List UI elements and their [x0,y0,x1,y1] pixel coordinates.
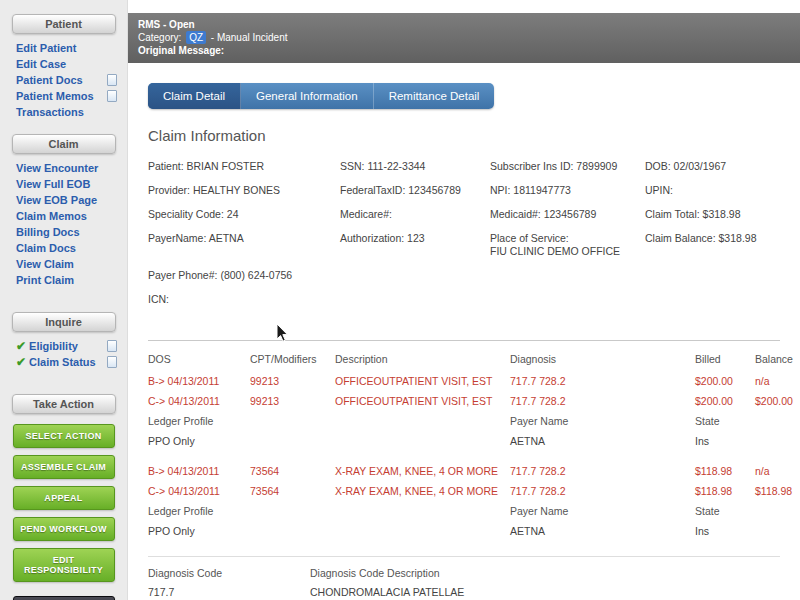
svc-dos: C-> 04/13/2011 [148,482,250,502]
svc-cpt: 73564 [250,482,335,502]
info-cell: ICN: [148,293,340,306]
claim-links: View Encounter View Full EOB View EOB Pa… [0,154,127,288]
claim-info-grid: Patient: BRIAN FOSTER SSN: 111-22-3344 S… [148,160,780,306]
svc-cpt: 99213 [250,372,335,392]
info-cell: NPI: 1811947773 [490,184,645,197]
payer-name-label: Payer Name [510,412,695,432]
assemble-claim-button[interactable]: ASSEMBLE CLAIM [13,455,115,479]
page-title: Claim Information [148,127,800,144]
info-cell: Speciality Code: 24 [148,208,340,221]
column-header-dos: DOS [148,349,250,372]
section-header-claim: Claim [12,134,116,154]
document-icon[interactable] [107,74,117,86]
column-header-balance: Balance [755,349,793,372]
info-cell: SSN: 111-22-3344 [340,160,490,173]
sidebar-item-billing-docs[interactable]: Billing Docs [16,224,117,240]
sidebar-item-patient-memos[interactable]: Patient Memos [16,88,117,104]
sidebar-item-print-claim[interactable]: Print Claim [16,272,117,288]
diagnosis-section: Diagnosis Code Diagnosis Code Descriptio… [148,567,780,598]
ledger-profile-label: Ledger Profile [148,412,510,432]
sidebar-item-claim-status[interactable]: ✔Claim Status [16,354,117,370]
sidebar-item-claim-docs[interactable]: Claim Docs [16,240,117,256]
info-cell: Claim Balance: $318.98 [645,232,780,258]
sidebar-item-transactions[interactable]: Transactions [16,104,117,120]
info-cell: Subscriber Ins ID: 7899909 [490,160,645,173]
category-text: - Manual Incident [211,32,288,43]
inquire-links: ✔Eligibility ✔Claim Status [0,332,127,370]
sidebar-item-claim-memos[interactable]: Claim Memos [16,208,117,224]
incident-header-bar: RMS - Open Category: QZ - Manual Inciden… [128,13,800,63]
tab-bar: Claim Detail General Information Remitta… [148,83,494,109]
incident-category-line: Category: QZ - Manual Incident [138,31,790,44]
document-icon[interactable] [107,90,117,102]
svc-diagnosis: 717.7 728.2 [510,372,695,392]
info-cell: UPIN: [645,184,780,197]
tab-general-information[interactable]: General Information [241,83,374,109]
svc-billed: $118.98 [695,482,755,502]
section-divider [148,556,780,557]
sidebar-item-view-full-eob[interactable]: View Full EOB [16,176,117,192]
sidebar-item-edit-patient[interactable]: Edit Patient [16,40,117,56]
incident-status: RMS - Open [138,18,790,31]
svc-description: OFFICEOUTPATIENT VISIT, EST [335,392,510,412]
info-cell [340,293,490,306]
info-cell: DOB: 02/03/1967 [645,160,780,173]
svc-diagnosis: 717.7 728.2 [510,462,695,482]
info-cell: FederalTaxID: 123456789 [340,184,490,197]
info-cell [490,293,645,306]
info-cell [490,269,645,282]
column-header-description: Description [335,349,510,372]
svc-diagnosis: 717.7 728.2 [510,392,695,412]
ledger-profile-label: Ledger Profile [148,502,510,522]
info-cell: PayerName: AETNA [148,232,340,258]
sidebar-item-view-claim[interactable]: View Claim [16,256,117,272]
service-line-group: B-> 04/13/2011 99213 OFFICEOUTPATIENT VI… [148,372,780,452]
section-divider [148,340,780,341]
column-header-diagnosis: Diagnosis [510,349,695,372]
svc-billed: $200.00 [695,392,755,412]
sidebar-item-patient-docs[interactable]: Patient Docs [16,72,117,88]
state-label: State [695,412,793,432]
info-cell [340,269,490,282]
patient-links: Edit Patient Edit Case Patient Docs Pati… [0,34,127,120]
svc-description: OFFICEOUTPATIENT VISIT, EST [335,372,510,392]
appeal-button[interactable]: APPEAL [13,486,115,510]
select-action-button[interactable]: SELECT ACTION [13,424,115,448]
info-cell: Medicaid#: 123456789 [490,208,645,221]
info-cell: Place of Service: FIU CLINIC DEMO OFFICE [490,232,645,258]
payer-name-label: Payer Name [510,502,695,522]
svc-dos: B-> 04/13/2011 [148,372,250,392]
info-cell [645,293,780,306]
column-header-cpt: CPT/Modifiers [250,349,335,372]
check-icon: ✔ [16,356,26,368]
service-table-header: DOS CPT/Modifiers Description Diagnosis … [148,349,780,372]
sidebar: Patient Edit Patient Edit Case Patient D… [0,0,128,600]
ledger-profile-value: PPO Only [148,432,510,452]
svc-balance: $200.00 [755,392,793,412]
sidebar-item-eligibility[interactable]: ✔Eligibility [16,338,117,354]
svc-cpt: 99213 [250,392,335,412]
svc-balance: n/a [755,372,793,392]
partial-action-button[interactable] [13,596,115,600]
diagnosis-code-value: 717.7 [148,586,310,598]
svc-dos: B-> 04/13/2011 [148,462,250,482]
original-message-label: Original Message: [138,44,790,57]
svc-diagnosis: 717.7 728.2 [510,482,695,502]
category-code-badge: QZ [186,31,206,44]
sidebar-item-edit-case[interactable]: Edit Case [16,56,117,72]
document-icon[interactable] [107,356,117,368]
tab-claim-detail[interactable]: Claim Detail [148,83,241,109]
tab-remittance-detail[interactable]: Remittance Detail [374,83,495,109]
diagnosis-description-value: CHONDROMALACIA PATELLAE [310,586,780,598]
document-icon[interactable] [107,340,117,352]
main-content: RMS - Open Category: QZ - Manual Inciden… [128,0,800,600]
pend-workflow-button[interactable]: PEND WORKFLOW [13,517,115,541]
edit-responsibility-button[interactable]: EDIT RESPONSIBILITY [13,548,115,582]
svc-dos: C-> 04/13/2011 [148,392,250,412]
diagnosis-code-header: Diagnosis Code [148,567,310,579]
sidebar-item-view-encounter[interactable]: View Encounter [16,160,117,176]
section-header-patient: Patient [12,14,116,34]
payer-name-value: AETNA [510,432,695,452]
column-header-billed: Billed [695,349,755,372]
sidebar-item-view-eob-page[interactable]: View EOB Page [16,192,117,208]
